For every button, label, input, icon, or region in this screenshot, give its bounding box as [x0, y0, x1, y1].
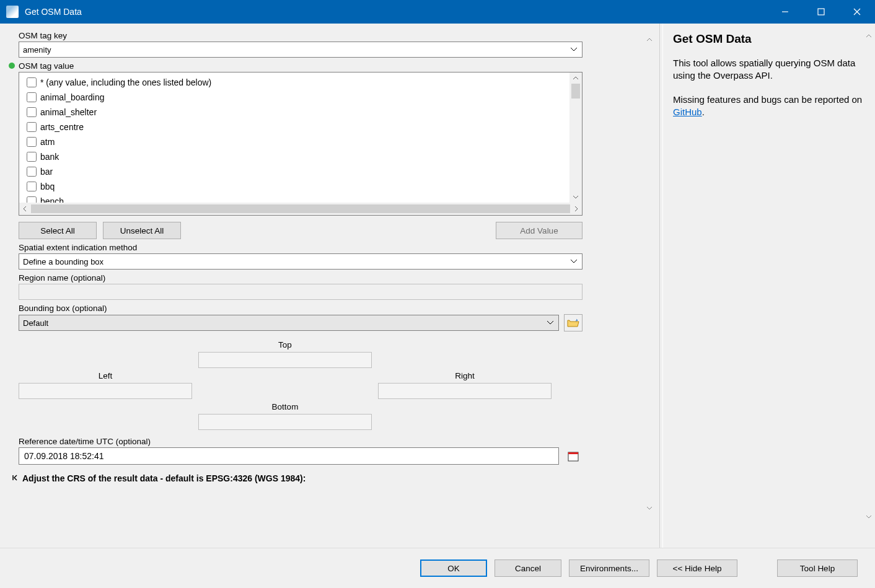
- bbox-right-label: Right: [378, 371, 552, 380]
- tag-value-item[interactable]: arts_centre: [27, 120, 577, 134]
- unselect-all-button[interactable]: Unselect All: [103, 222, 181, 239]
- checkbox[interactable]: [27, 107, 37, 117]
- item-label: bbq: [40, 182, 55, 191]
- refdate-label: Reference date/time UTC (optional): [19, 437, 583, 446]
- item-label: * (any value, including the ones listed …: [40, 77, 211, 87]
- bbox-bottom-input[interactable]: [198, 414, 372, 430]
- tag-value-item[interactable]: * (any value, including the ones listed …: [27, 75, 577, 90]
- tool-help-button[interactable]: Tool Help: [777, 559, 858, 577]
- titlebar: Get OSM Data: [0, 0, 875, 24]
- calendar-button[interactable]: [564, 447, 583, 465]
- app-icon: [6, 6, 19, 18]
- item-label: animal_boarding: [40, 92, 105, 102]
- help-text: Missing features and bugs can be reporte…: [673, 94, 865, 119]
- close-button[interactable]: [839, 0, 875, 24]
- tag-value-item[interactable]: bar: [27, 164, 577, 179]
- item-label: animal_shelter: [40, 107, 97, 117]
- svg-rect-1: [818, 9, 824, 15]
- browse-button[interactable]: [564, 314, 583, 331]
- tag-value-item[interactable]: bench: [27, 194, 577, 203]
- bbox-label: Bounding box (optional): [19, 304, 583, 313]
- bbox-value: Default: [23, 318, 546, 328]
- help-title: Get OSM Data: [673, 32, 865, 46]
- scroll-up-icon[interactable]: [570, 72, 581, 84]
- cancel-button[interactable]: Cancel: [495, 559, 561, 577]
- crs-header: Adjust the CRS of the result data - defa…: [22, 473, 306, 483]
- scroll-right-icon[interactable]: [571, 203, 582, 214]
- svg-rect-5: [568, 452, 578, 454]
- region-label: Region name (optional): [19, 273, 583, 283]
- help-pane: Get OSM Data This tool allows spatially …: [663, 24, 875, 548]
- spatial-method-value: Define a bounding box: [23, 257, 569, 266]
- tag-value-item[interactable]: animal_shelter: [27, 105, 577, 120]
- listbox-hscroll[interactable]: [19, 203, 582, 215]
- bbox-left-input[interactable]: [19, 383, 192, 399]
- ok-button[interactable]: OK: [420, 559, 487, 577]
- tag-value-list: * (any value, including the ones listed …: [19, 72, 583, 216]
- help-scrollbar[interactable]: [864, 31, 874, 520]
- tag-key-label: OSM tag key: [19, 31, 583, 40]
- spatial-method-label: Spatial extent indication method: [19, 243, 583, 252]
- bbox-grid: Top Left Right Bottom: [19, 340, 583, 433]
- chevron-down-icon: [569, 48, 578, 51]
- spatial-method-combo[interactable]: Define a bounding box: [19, 253, 583, 270]
- refdate-value: 07.09.2018 18:52:41: [24, 451, 103, 461]
- hide-help-button[interactable]: << Hide Help: [657, 559, 737, 577]
- item-label: bank: [40, 152, 59, 162]
- form-scrollbar[interactable]: [643, 36, 656, 513]
- checkbox[interactable]: [27, 152, 37, 162]
- bbox-bottom-label: Bottom: [198, 402, 372, 411]
- scroll-thumb[interactable]: [31, 204, 570, 213]
- item-label: bar: [40, 167, 53, 177]
- checkbox[interactable]: [27, 77, 37, 87]
- status-bullet-icon: [9, 63, 15, 69]
- checkbox[interactable]: [27, 182, 37, 191]
- client-area: OSM tag key amenity OSM tag value * (any…: [0, 24, 875, 548]
- add-value-button[interactable]: Add Value: [496, 222, 583, 239]
- item-label: atm: [40, 137, 55, 147]
- scroll-down-icon[interactable]: [865, 512, 873, 520]
- item-label: bench: [40, 196, 64, 203]
- form-pane: OSM tag key amenity OSM tag value * (any…: [0, 24, 659, 548]
- tag-value-item[interactable]: bank: [27, 149, 577, 164]
- environments-button[interactable]: Environments...: [569, 559, 649, 577]
- region-input[interactable]: [19, 284, 583, 300]
- scroll-left-icon[interactable]: [19, 203, 30, 214]
- bbox-right-input[interactable]: [378, 383, 552, 399]
- scroll-up-icon[interactable]: [646, 36, 653, 45]
- scroll-thumb[interactable]: [571, 84, 580, 99]
- checkbox[interactable]: [27, 92, 37, 102]
- select-all-button[interactable]: Select All: [19, 222, 97, 239]
- bbox-combo[interactable]: Default: [19, 315, 559, 331]
- checkbox[interactable]: [27, 122, 37, 132]
- minimize-button[interactable]: [767, 0, 803, 24]
- tag-value-item[interactable]: bbq: [27, 179, 577, 194]
- text: .: [702, 107, 705, 117]
- chevron-down-icon: [569, 260, 578, 263]
- listbox-vscroll[interactable]: [569, 72, 582, 203]
- tag-key-combo[interactable]: amenity: [19, 42, 583, 58]
- checkbox[interactable]: [27, 167, 37, 177]
- checkbox[interactable]: [27, 137, 37, 147]
- bbox-top-input[interactable]: [198, 352, 372, 368]
- scroll-up-icon[interactable]: [865, 31, 873, 40]
- refdate-input[interactable]: 07.09.2018 18:52:41: [19, 447, 559, 465]
- bbox-top-label: Top: [198, 340, 372, 349]
- text: Missing features and bugs can be reporte…: [673, 94, 862, 105]
- crs-expander[interactable]: Adjust the CRS of the result data - defa…: [11, 473, 583, 483]
- tag-value-item[interactable]: atm: [27, 134, 577, 149]
- bbox-left-label: Left: [19, 371, 192, 380]
- expand-icon: [11, 473, 19, 483]
- github-link[interactable]: GitHub: [673, 107, 702, 117]
- item-label: arts_centre: [40, 122, 84, 132]
- footer: OK Cancel Environments... << Hide Help T…: [0, 548, 875, 588]
- scroll-down-icon[interactable]: [646, 504, 653, 513]
- chevron-down-icon: [546, 321, 555, 325]
- tag-key-value: amenity: [23, 45, 569, 55]
- help-text: This tool allows spatially querying OSM …: [673, 57, 865, 82]
- maximize-button[interactable]: [803, 0, 839, 24]
- tag-value-item[interactable]: animal_boarding: [27, 90, 577, 105]
- scroll-down-icon[interactable]: [570, 191, 581, 203]
- window-title: Get OSM Data: [25, 7, 82, 17]
- checkbox[interactable]: [27, 196, 37, 203]
